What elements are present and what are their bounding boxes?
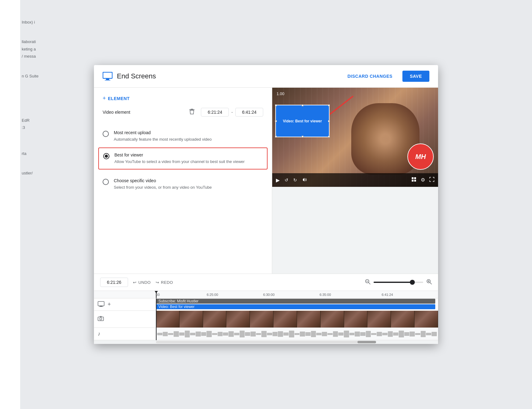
best-for-viewer-radio[interactable] [103, 153, 109, 159]
add-element-label: ELEMENT [108, 96, 130, 101]
preview-spacer [272, 187, 438, 274]
tracks-wrapper: + Subscribe: Misfit Hustler Video: Best … [94, 298, 438, 340]
svg-rect-7 [412, 180, 414, 182]
svg-rect-8 [414, 180, 416, 182]
frame-4 [226, 311, 250, 328]
video-card-label: Video: Best for viewer [283, 119, 322, 123]
ruler-mark-3: 6:35:00 [320, 293, 331, 297]
volume-icon[interactable] [302, 177, 307, 183]
ruler-mark-4: 6:41:24 [382, 293, 393, 297]
frame-10 [367, 311, 391, 328]
frame-9 [344, 311, 368, 328]
handle-ml [275, 120, 277, 122]
most-recent-desc: Automatically feature the most recently … [114, 136, 212, 143]
time-start-input[interactable] [201, 108, 229, 117]
subscribe-track-row: Subscribe: Misfit Hustler [156, 298, 438, 304]
video-timestamp: 1.00 [277, 91, 284, 96]
video-controls: ▶ ↺ ↻ [272, 173, 438, 187]
dialog-title: End Screens [117, 72, 156, 80]
best-for-viewer-option[interactable]: Best for viewer Allow YouTube to select … [98, 147, 268, 170]
playhead-triangle [155, 291, 158, 293]
ctrl-right: ⚙ [411, 177, 434, 183]
zoom-slider[interactable] [374, 282, 423, 283]
grid-icon[interactable] [411, 177, 416, 183]
most-recent-radio[interactable] [103, 131, 109, 137]
zoom-thumb[interactable] [410, 280, 415, 285]
scrollbar-track[interactable] [156, 341, 376, 343]
scrollbar-thumb[interactable] [357, 341, 376, 343]
frame-1 [156, 311, 180, 328]
delete-icon[interactable] [189, 108, 195, 116]
right-panel: 1.00 Video: [272, 88, 438, 274]
radio-inner-dot [105, 155, 108, 158]
end-screen-track-controls: + [94, 301, 156, 308]
choose-specific-radio[interactable] [103, 179, 109, 185]
subscribe-block[interactable]: Subscribe: Misfit Hustler [156, 299, 435, 304]
video-element-label: Video element [103, 110, 130, 115]
title-area: End Screens [103, 71, 156, 81]
frame-6 [273, 311, 297, 328]
svg-rect-17 [100, 306, 102, 306]
ruler-row: 00 6:25:00 6:30:00 6:35:00 6:41:24 [94, 291, 438, 298]
frame-3 [203, 311, 227, 328]
zoom-track [374, 282, 411, 283]
monitor-icon [103, 71, 113, 81]
handle-tr [328, 104, 330, 106]
redo-button[interactable]: ↪ REDO [156, 280, 173, 285]
timeline-toolbar: 6:21:26 ↩ UNDO ↪ REDO [94, 274, 438, 291]
best-for-viewer-label: Best for viewer [114, 152, 245, 157]
left-panel: + ELEMENT Video element - [94, 88, 272, 274]
save-button[interactable]: SAVE [402, 71, 429, 82]
choose-specific-option[interactable]: Choose specific video Select from your v… [103, 173, 263, 196]
svg-rect-6 [414, 177, 416, 179]
music-icon: ♪ [98, 331, 100, 337]
ruler-mark-1: 6:25:00 [207, 293, 218, 297]
discard-button[interactable]: DISCARD CHANGES [344, 71, 396, 81]
svg-point-20 [100, 318, 102, 320]
fullscreen-icon[interactable] [429, 177, 434, 183]
replay-icon[interactable]: ↺ [285, 178, 288, 183]
dialog-body: + ELEMENT Video element - [94, 88, 438, 274]
time-range: - [201, 108, 263, 117]
video-card: Video: Best for viewer [275, 105, 330, 137]
end-screen-track: + Subscribe: Misfit Hustler Video: Best … [94, 298, 438, 311]
subscribe-element: MH [407, 143, 434, 170]
most-recent-label: Most recent upload [114, 130, 212, 135]
horizontal-scrollbar[interactable] [94, 340, 438, 344]
video-frames-track [94, 311, 438, 328]
svg-rect-5 [412, 177, 414, 179]
subscribe-initials: MH [415, 153, 426, 161]
most-recent-option[interactable]: Most recent upload Automatically feature… [103, 125, 263, 147]
forward-icon[interactable]: ↻ [293, 178, 297, 183]
play-icon[interactable]: ▶ [276, 177, 280, 183]
most-recent-text: Most recent upload Automatically feature… [114, 130, 212, 143]
video-block[interactable]: Video: Best for viewer [156, 304, 435, 309]
plus-icon: + [103, 95, 106, 102]
video-track-row: Video: Best for viewer [156, 304, 438, 310]
track-add-icon[interactable]: + [108, 301, 111, 308]
svg-rect-2 [105, 80, 110, 81]
svg-rect-18 [99, 306, 103, 307]
handle-bm [302, 136, 304, 138]
dialog-header: End Screens DISCARD CHANGES SAVE [94, 65, 438, 88]
svg-line-13 [430, 282, 432, 284]
undo-button[interactable]: ↩ UNDO [133, 280, 151, 285]
add-element-button[interactable]: + ELEMENT [103, 95, 130, 102]
time-separator: - [231, 110, 233, 115]
time-end-input[interactable] [235, 108, 263, 117]
frame-8 [321, 311, 344, 328]
audio-track-controls: ♪ [94, 328, 156, 340]
current-time-display: 6:21:26 [100, 278, 128, 287]
end-screen-track-icon [98, 301, 104, 308]
audio-track: ♪ [94, 328, 438, 340]
video-preview: 1.00 Video: [272, 88, 438, 187]
zoom-in-icon[interactable] [426, 279, 432, 286]
settings-icon[interactable]: ⚙ [421, 177, 425, 183]
ruler-mark-2: 6:30:00 [263, 293, 275, 297]
undo-label: UNDO [138, 280, 150, 285]
frames-track-controls [94, 311, 156, 328]
zoom-out-icon[interactable] [365, 279, 370, 286]
svg-rect-0 [103, 72, 112, 78]
frame-2 [180, 311, 203, 328]
header-buttons: DISCARD CHANGES SAVE [344, 71, 429, 82]
